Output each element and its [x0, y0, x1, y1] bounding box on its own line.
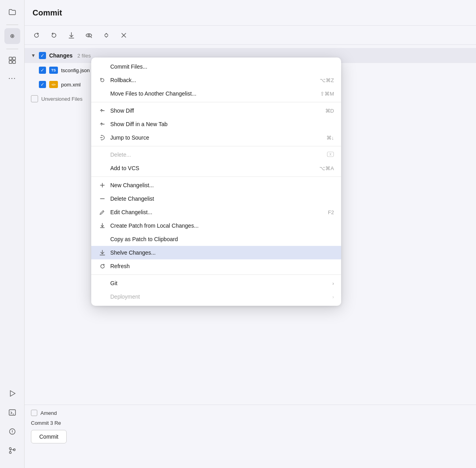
sidebar-icon-more[interactable]: ··· [4, 70, 20, 86]
menu-item-delete[interactable]: Delete... [91, 148, 341, 161]
sidebar-bottom [4, 386, 20, 460]
new-changelist-icon [98, 182, 106, 188]
svg-point-13 [9, 452, 11, 454]
menu-item-refresh[interactable]: Refresh [91, 259, 341, 273]
menu-item-edit-changelist-label: Edit Changelist... [110, 209, 324, 215]
menu-item-rollback-shortcut: ⌥⌘Z [320, 77, 334, 83]
file-2-name: pom.xml [61, 82, 81, 88]
menu-item-copy-patch-label: Copy as Patch to Clipboard [110, 236, 334, 242]
toolbar-undo[interactable] [48, 30, 60, 41]
svg-point-19 [88, 35, 90, 36]
menu-item-git-label: Git [110, 280, 328, 286]
menu-item-add-vcs-shortcut: ⌥⌘A [319, 165, 334, 171]
file-2-checkbox[interactable]: ✓ [39, 81, 46, 88]
context-menu: Commit Files... Rollback... ⌥⌘Z Move Fil… [91, 58, 341, 306]
separator-3 [91, 176, 341, 177]
delete-changelist-icon [98, 196, 106, 201]
show-diff-icon [98, 107, 106, 114]
file-1-badge: TS [49, 67, 58, 74]
menu-item-add-vcs-label: Add to VCS [110, 165, 315, 171]
menu-item-show-diff-shortcut: ⌘D [325, 108, 334, 114]
unversioned-checkbox[interactable] [31, 95, 38, 102]
menu-item-deployment[interactable]: Deployment › [91, 290, 341, 303]
menu-item-show-diff-tab-label: Show Diff in a New Tab [110, 121, 334, 127]
menu-item-new-changelist-label: New Changelist... [110, 182, 334, 188]
svg-point-18 [86, 34, 92, 37]
shelve-icon [68, 32, 75, 39]
svg-rect-3 [13, 57, 15, 60]
chevron-down-icon[interactable]: ▼ [31, 53, 36, 58]
menu-item-edit-changelist[interactable]: Edit Changelist... F2 [91, 205, 341, 219]
run-icon [8, 389, 16, 397]
deployment-arrow-icon: › [332, 294, 334, 300]
separator-4 [91, 274, 341, 275]
menu-item-commit-files-label: Commit Files... [110, 63, 334, 70]
menu-item-jump-to-source[interactable]: Jump to Source ⌘↓ [91, 131, 341, 144]
menu-item-create-patch-label: Create Patch from Local Changes... [110, 222, 334, 229]
expand-icon [103, 32, 110, 39]
sidebar-divider-2 [6, 49, 18, 49]
menu-item-jump-shortcut: ⌘↓ [326, 135, 334, 141]
sidebar-icon-terminal[interactable] [4, 405, 20, 420]
amend-checkbox[interactable] [31, 410, 37, 416]
svg-point-11 [12, 433, 13, 433]
menu-item-move-files-label: Move Files to Another Changelist... [110, 90, 316, 97]
menu-item-create-patch[interactable]: Create Patch from Local Changes... [91, 219, 341, 232]
svg-rect-2 [9, 57, 12, 60]
svg-rect-7 [9, 410, 15, 415]
source-control-icon [8, 32, 17, 40]
menu-item-move-files[interactable]: Move Files to Another Changelist... ⇧⌘M [91, 87, 341, 100]
toolbar-eye[interactable] [83, 30, 94, 41]
menu-item-shelve-label: Shelve Changes... [110, 249, 334, 256]
svg-point-12 [9, 448, 11, 450]
toolbar-close[interactable] [118, 30, 129, 41]
git-arrow-icon: › [332, 280, 334, 286]
app-title: Commit [33, 8, 62, 17]
sidebar-icon-run[interactable] [4, 386, 20, 401]
sidebar-icon-structure[interactable] [4, 52, 20, 68]
menu-item-move-files-shortcut: ⇧⌘M [320, 91, 334, 97]
menu-item-add-vcs[interactable]: Add to VCS ⌥⌘A [91, 161, 341, 175]
sidebar: ··· [0, 0, 25, 468]
menu-item-delete-shortcut [327, 152, 334, 158]
toolbar-shelve[interactable] [66, 30, 77, 41]
changes-title: Changes [49, 52, 73, 59]
changes-checkbox[interactable]: ✓ [39, 52, 46, 59]
menu-item-show-diff-label: Show Diff [110, 107, 321, 114]
toolbar-expand[interactable] [101, 30, 112, 41]
menu-item-delete-label: Delete... [110, 152, 323, 158]
problems-icon [8, 428, 16, 435]
edit-changelist-icon [98, 209, 106, 215]
menu-item-copy-patch[interactable]: Copy as Patch to Clipboard [91, 232, 341, 246]
sidebar-icon-folder[interactable] [4, 4, 20, 20]
menu-item-show-diff-tab[interactable]: Show Diff in a New Tab [91, 117, 341, 131]
toolbar-refresh[interactable] [31, 30, 42, 41]
changes-count: 2 files [77, 53, 91, 59]
eye-icon [85, 32, 92, 39]
sidebar-icon-git[interactable] [4, 443, 20, 458]
jump-to-source-icon [98, 134, 106, 141]
menu-item-shelve-changes[interactable]: Shelve Changes... [91, 246, 341, 259]
menu-item-deployment-label: Deployment [110, 293, 328, 300]
amend-label: Amend [40, 410, 57, 416]
git-icon [8, 447, 16, 455]
menu-item-show-diff[interactable]: Show Diff ⌘D [91, 104, 341, 117]
menu-item-new-changelist[interactable]: New Changelist... [91, 178, 341, 192]
unversioned-label: Unversioned Files [41, 96, 83, 102]
structure-icon [8, 56, 16, 64]
shelve-changes-icon [98, 249, 106, 256]
menu-item-commit-files[interactable]: Commit Files... [91, 60, 341, 73]
sidebar-icon-problems[interactable] [4, 424, 20, 439]
file-2-badge: </> [49, 81, 58, 88]
svg-marker-6 [10, 391, 15, 396]
menu-item-delete-changelist[interactable]: Delete Changelist [91, 192, 341, 205]
menu-item-refresh-label: Refresh [110, 263, 334, 269]
sidebar-icon-source-control[interactable] [4, 28, 20, 44]
commit-button[interactable]: Commit [31, 430, 67, 443]
undo-icon [50, 32, 58, 39]
separator-2 [91, 146, 341, 146]
menu-item-rollback[interactable]: Rollback... ⌥⌘Z [91, 73, 341, 87]
menu-item-git[interactable]: Git › [91, 276, 341, 290]
svg-rect-4 [9, 61, 12, 63]
file-1-checkbox[interactable]: ✓ [39, 67, 46, 74]
